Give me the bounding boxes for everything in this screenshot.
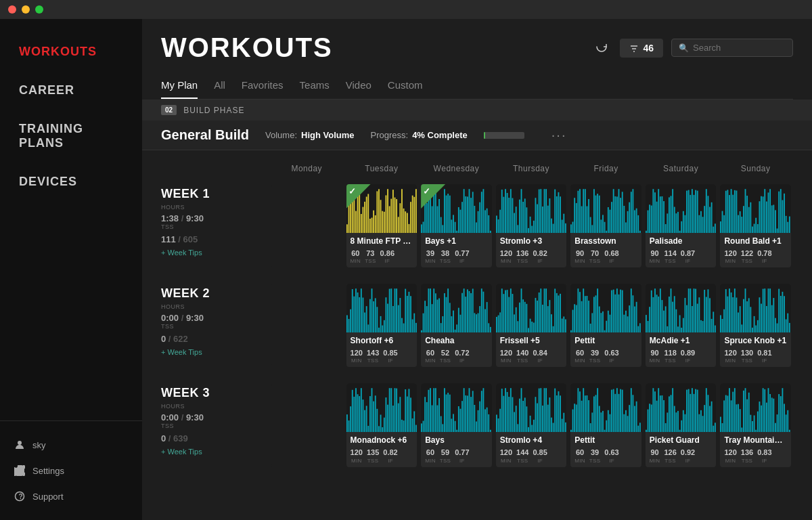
svg-rect-245: [789, 217, 790, 233]
tab-favorites[interactable]: Favorites: [242, 74, 284, 99]
svg-rect-614: [585, 396, 586, 433]
sidebar-settings[interactable]: Settings: [0, 458, 142, 483]
close-button[interactable]: [8, 5, 16, 14]
svg-rect-660: [670, 395, 671, 433]
svg-rect-158: [627, 211, 629, 233]
workout-chart-w3-d6: [646, 383, 717, 432]
sidebar-user[interactable]: sky: [0, 432, 142, 458]
tab-all[interactable]: All: [214, 74, 225, 99]
svg-rect-273: [394, 288, 395, 332]
workout-card-w2-d6[interactable]: McAdie +1 90 MIN 118 TSS 0.89 IF: [646, 284, 717, 367]
svg-rect-574: [510, 389, 512, 433]
sidebar-item-training-plans[interactable]: Training Plans: [0, 110, 142, 162]
workout-card-w1-d4[interactable]: Stromlo +3 120 MIN 136 TSS 0.82 IF: [496, 184, 567, 267]
svg-rect-565: [490, 430, 491, 432]
search-input[interactable]: [693, 43, 786, 53]
sidebar-item-devices[interactable]: Devices: [0, 162, 142, 201]
svg-rect-709: [761, 406, 763, 432]
svg-rect-268: [385, 297, 386, 332]
svg-rect-162: [634, 210, 635, 233]
svg-rect-44: [413, 197, 415, 233]
tab-video[interactable]: Video: [346, 74, 371, 99]
workout-card-w1-d6[interactable]: Palisade 90 MIN 114 TSS 0.87 IF: [646, 184, 717, 267]
more-options-button[interactable]: ···: [551, 127, 567, 143]
svg-rect-244: [788, 222, 789, 233]
svg-rect-413: [658, 297, 659, 332]
sidebar-item-career[interactable]: Career: [0, 71, 142, 110]
svg-rect-111: [540, 189, 541, 233]
svg-rect-632: [616, 389, 618, 433]
svg-rect-494: [360, 389, 361, 433]
svg-rect-677: [700, 410, 702, 432]
svg-rect-197: [700, 211, 702, 233]
svg-rect-23: [376, 191, 378, 233]
svg-rect-474: [770, 288, 771, 332]
week-3-hours: 0:00 / 9:30: [161, 412, 261, 422]
minimize-button[interactable]: [22, 5, 30, 14]
svg-rect-291: [430, 288, 431, 332]
week-3-label: WEEK 3: [161, 386, 261, 400]
svg-rect-484: [788, 313, 789, 332]
svg-rect-226: [756, 218, 757, 233]
stat-tss-w3-d2: 135 TSS: [367, 448, 379, 463]
svg-rect-396: [624, 315, 625, 332]
workout-card-w2-d2[interactable]: Shortoff +6 120 MIN 143 TSS 0.85 IF: [346, 284, 418, 367]
svg-rect-18: [367, 194, 369, 233]
svg-rect-635: [622, 390, 623, 432]
svg-rect-719: [779, 394, 780, 432]
week-3-tips[interactable]: + Week Tips: [161, 448, 261, 456]
svg-rect-178: [667, 213, 668, 233]
svg-rect-564: [488, 414, 489, 432]
svg-rect-305: [455, 330, 456, 332]
workout-card-w3-d7[interactable]: Tray Mountain +1 120 MIN 136 TSS 0.83 IF: [720, 383, 791, 467]
week-1-tips[interactable]: + Week Tips: [161, 248, 261, 257]
workout-card-w3-d3[interactable]: Bays 60 MIN 59 TSS 0.77 IF: [421, 383, 492, 467]
workout-card-w3-d6[interactable]: Picket Guard 90 MIN 126 TSS 0.92 IF: [646, 383, 717, 467]
svg-rect-363: [561, 319, 562, 333]
svg-rect-616: [588, 400, 589, 432]
svg-rect-449: [725, 289, 727, 332]
calendar-wrapper[interactable]: Monday Tuesday Wednesday Thursday Friday…: [142, 150, 812, 520]
sidebar-support[interactable]: ? Support: [0, 483, 142, 509]
svg-rect-272: [392, 306, 394, 332]
svg-rect-31: [390, 199, 392, 233]
workout-card-w1-d3[interactable]: ✓ Bays +1 39 MIN 38 TSS 0.77: [421, 184, 492, 267]
maximize-button[interactable]: [35, 5, 43, 14]
sidebar-nav: Workouts Career Training Plans Devices: [0, 32, 142, 420]
tab-teams[interactable]: Teams: [300, 74, 330, 99]
workout-card-w2-d3[interactable]: Cheaha 60 MIN 52 TSS 0.72 IF: [421, 284, 492, 367]
svg-rect-232: [766, 202, 767, 233]
tab-custom[interactable]: Custom: [388, 74, 423, 99]
week-2-hours: 0:00 / 9:30: [161, 313, 261, 323]
workout-empty-w3-d1: [271, 383, 342, 467]
workout-card-w3-d2[interactable]: Monadnock +6 120 MIN 135 TSS 0.82 IF: [346, 383, 418, 467]
svg-rect-151: [615, 196, 616, 233]
svg-rect-497: [365, 406, 367, 433]
search-box[interactable]: 🔍: [671, 39, 793, 57]
filter-button[interactable]: 46: [620, 39, 663, 58]
svg-rect-146: [606, 231, 608, 233]
refresh-button[interactable]: [591, 37, 612, 60]
workout-card-w2-d7[interactable]: Spruce Knob +1 120 MIN 130 TSS 0.81 IF: [720, 284, 791, 367]
workout-card-w3-d5[interactable]: Pettit 60 MIN 39 TSS 0.63 IF: [570, 383, 641, 467]
svg-rect-152: [616, 196, 618, 233]
svg-rect-231: [765, 189, 766, 233]
workout-card-w1-d2[interactable]: ✓ 8 Minute FTP T... 60 MIN 73 TSS: [346, 184, 418, 267]
workout-card-w1-d5[interactable]: Brasstown 90 MIN 70 TSS 0.68 IF: [570, 184, 641, 267]
workout-card-w2-d5[interactable]: Pettit 60 MIN 39 TSS 0.63 IF: [570, 284, 641, 367]
workout-card-w2-d4[interactable]: Frissell +5 120 MIN 140 TSS 0.84 IF: [496, 284, 567, 367]
workout-card-w3-d4[interactable]: Stromlo +4 120 MIN 144 TSS 0.85 IF: [496, 383, 567, 467]
tab-my-plan[interactable]: My Plan: [161, 74, 198, 99]
svg-rect-304: [453, 311, 454, 332]
sidebar-item-workouts[interactable]: Workouts: [0, 32, 142, 71]
svg-rect-399: [629, 305, 631, 332]
week-2-tips[interactable]: + Week Tips: [161, 348, 261, 356]
svg-rect-685: [715, 423, 716, 433]
svg-rect-341: [522, 299, 524, 332]
svg-rect-352: [542, 305, 543, 332]
weeks-container: WEEK 1 HOURS 1:38 / 9:30 TSS 111 / 605 +…: [161, 184, 793, 467]
workout-card-w1-d7[interactable]: Round Bald +1 120 MIN 122 TSS 0.78 IF: [720, 184, 791, 267]
svg-rect-324: [488, 324, 489, 333]
svg-rect-444: [713, 312, 714, 333]
stat-if-w3-d7: 0.83 IF: [757, 448, 771, 463]
